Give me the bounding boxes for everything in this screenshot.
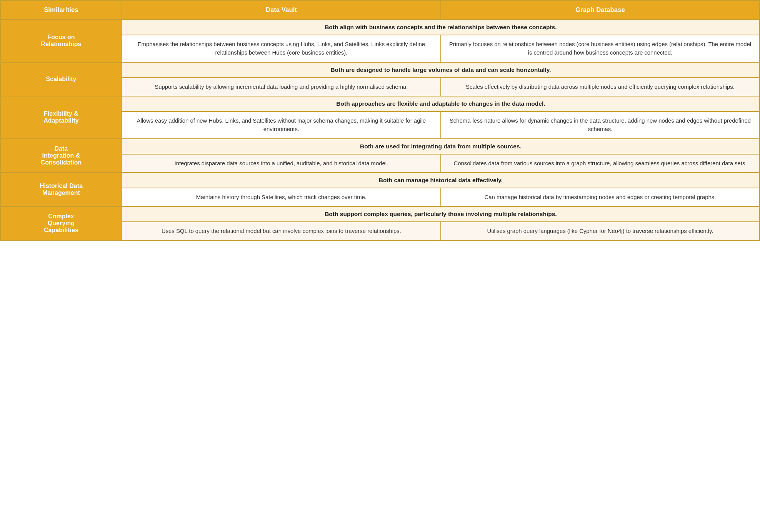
header-similarities: Similarities	[0, 0, 122, 20]
summary-row-historical-data: Historical DataManagementBoth can manage…	[0, 173, 760, 188]
datavault-cell-focus-on-relationships: Emphasises the relationships between bus…	[122, 35, 441, 62]
table-header: Similarities Data Vault Graph Database	[0, 0, 760, 20]
sidebar-cell-data-integration: DataIntegration &Consolidation	[0, 139, 122, 173]
sidebar-cell-complex-querying: ComplexQueryingCapabilities	[0, 206, 122, 240]
datavault-cell-flexibility-adaptability: Allows easy addition of new Hubs, Links,…	[122, 111, 441, 139]
comparison-table: Similarities Data Vault Graph Database F…	[0, 0, 760, 241]
summary-row-flexibility-adaptability: Flexibility &AdaptabilityBoth approaches…	[0, 96, 760, 111]
datavault-cell-complex-querying: Uses SQL to query the relational model b…	[122, 222, 441, 240]
summary-cell-scalability: Both are designed to handle large volume…	[122, 62, 760, 78]
summary-cell-focus-on-relationships: Both align with business concepts and th…	[122, 20, 760, 35]
summary-cell-complex-querying: Both support complex queries, particular…	[122, 206, 760, 222]
datavault-cell-historical-data: Maintains history through Satellites, wh…	[122, 188, 441, 206]
sidebar-cell-historical-data: Historical DataManagement	[0, 173, 122, 206]
summary-cell-historical-data: Both can manage historical data effectiv…	[122, 173, 760, 188]
sidebar-cell-scalability: Scalability	[0, 62, 122, 96]
summary-cell-data-integration: Both are used for integrating data from …	[122, 139, 760, 154]
summary-cell-flexibility-adaptability: Both approaches are flexible and adaptab…	[122, 96, 760, 111]
header-datavault: Data Vault	[122, 0, 441, 20]
graph-cell-historical-data: Can manage historical data by timestampi…	[441, 188, 760, 206]
sidebar-cell-flexibility-adaptability: Flexibility &Adaptability	[0, 96, 122, 139]
graph-cell-data-integration: Consolidates data from various sources i…	[441, 154, 760, 173]
graph-cell-focus-on-relationships: Primarily focuses on relationships betwe…	[441, 35, 760, 62]
datavault-cell-scalability: Supports scalability by allowing increme…	[122, 78, 441, 96]
sidebar-cell-focus-on-relationships: Focus onRelationships	[0, 20, 122, 62]
graph-cell-flexibility-adaptability: Schema-less nature allows for dynamic ch…	[441, 111, 760, 139]
graph-cell-scalability: Scales effectively by distributing data …	[441, 78, 760, 96]
datavault-cell-data-integration: Integrates disparate data sources into a…	[122, 154, 441, 173]
summary-row-data-integration: DataIntegration &ConsolidationBoth are u…	[0, 139, 760, 154]
summary-row-scalability: ScalabilityBoth are designed to handle l…	[0, 62, 760, 78]
graph-cell-complex-querying: Utilises graph query languages (like Cyp…	[441, 222, 760, 240]
summary-row-complex-querying: ComplexQueryingCapabilitiesBoth support …	[0, 206, 760, 222]
summary-row-focus-on-relationships: Focus onRelationshipsBoth align with bus…	[0, 20, 760, 35]
header-graph: Graph Database	[441, 0, 760, 20]
